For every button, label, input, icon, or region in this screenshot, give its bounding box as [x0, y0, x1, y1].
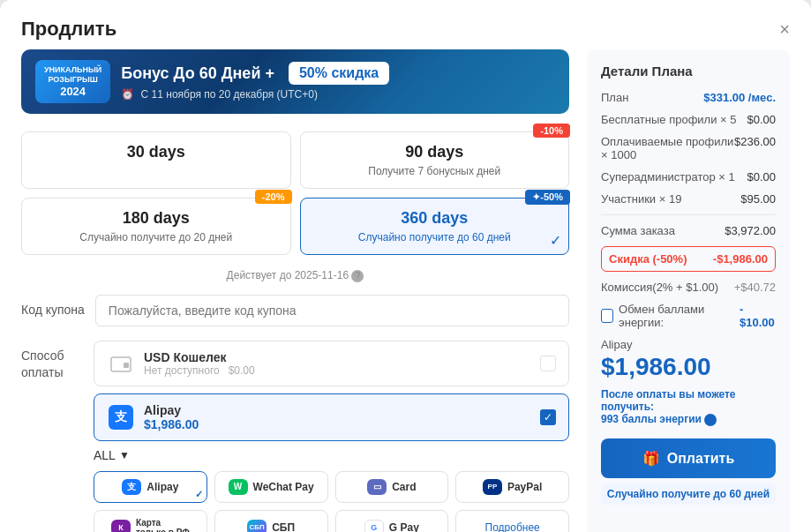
- wallet-name: USD Кошелек: [144, 350, 531, 364]
- check-icon: ✓: [195, 489, 203, 500]
- energy-checkbox[interactable]: [601, 309, 613, 323]
- energy-label: Обмен баллами энергии:: [619, 303, 734, 329]
- paid-profiles-value: $236.00: [734, 135, 776, 148]
- payment-wallet[interactable]: USD Кошелек Нет доступного $0.00: [94, 341, 569, 386]
- alipay-amount: $1,986.00: [144, 417, 531, 431]
- payment-filter[interactable]: ALL ▼: [94, 448, 569, 462]
- pay-btn-more[interactable]: Подробнее: [455, 510, 569, 532]
- svg-rect-1: [124, 363, 129, 368]
- close-button[interactable]: ×: [779, 20, 790, 38]
- banner-badge: 50% скидка: [289, 62, 389, 85]
- total-amount: $1,986.00: [601, 353, 776, 381]
- banner-unique-label: УНИКАЛЬНЫЙ РОЗЫГРЫШ: [44, 65, 101, 85]
- wallet-icon: [107, 353, 135, 374]
- payment-icons-grid: 支 Alipay ✓ W WeChat Pay ▭ Card: [94, 471, 569, 532]
- commission-label: Комиссия(2% + $1.00): [601, 281, 718, 294]
- pay-btn-sub: Случайно получите до 60 дней: [601, 483, 776, 505]
- total-payment-label: Alipay: [601, 338, 776, 351]
- modal-header: Продлить ×: [0, 0, 811, 49]
- paypal-icon: PP: [483, 479, 502, 495]
- commission-row: Комиссия(2% + $1.00) +$40.72: [601, 281, 776, 294]
- superadmin-value: $0.00: [747, 170, 776, 184]
- divider1: [601, 214, 776, 215]
- sbp-icon: СБП: [247, 520, 267, 532]
- plan-badge-180: -20%: [255, 190, 292, 204]
- pay-button[interactable]: 🎁 Оплатить: [601, 438, 776, 478]
- energy-info-icon[interactable]: i: [704, 414, 717, 426]
- members-label: Участники × 19: [601, 192, 740, 206]
- discount-value: -$1,986.00: [713, 252, 768, 266]
- banner-date: ⏰ С 11 ноября по 20 декабря (UTC+0): [121, 88, 555, 101]
- plan-value: $331.00 /мес.: [703, 91, 776, 104]
- pay-btn-days: 60: [730, 488, 741, 500]
- order-total-row: Сумма заказа $3,972.00: [601, 224, 776, 237]
- members-row: Участники × 19 $95.00: [601, 192, 776, 206]
- coupon-label: Код купона: [21, 295, 85, 319]
- modal-title: Продлить: [21, 18, 116, 41]
- pay-btn-gpay[interactable]: G G Pay: [335, 510, 449, 532]
- alipay-checkbox[interactable]: ✓: [540, 409, 556, 425]
- pay-btn-wechat[interactable]: W WeChat Pay: [214, 471, 328, 503]
- info-icon[interactable]: ?: [351, 270, 364, 282]
- selected-checkmark: ✓: [550, 232, 561, 249]
- sidebar-title: Детали Плана: [601, 64, 776, 79]
- main-content: УНИКАЛЬНЫЙ РОЗЫГРЫШ 2024 Бонус До 60 Дне…: [21, 49, 569, 532]
- banner-year: 2024: [44, 85, 101, 98]
- paid-profiles-row: Оплачиваемые профили × 1000 $236.00: [601, 135, 776, 161]
- coupon-input[interactable]: [95, 295, 569, 326]
- plan-days: 90 days: [315, 143, 555, 161]
- pay-btn-sbp[interactable]: СБП СБП: [214, 510, 328, 532]
- sidebar: Детали Плана План $331.00 /мес. Бесплатн…: [587, 49, 790, 532]
- wechat-icon: W: [229, 479, 248, 495]
- paid-profiles-label: Оплачиваемые профили × 1000: [601, 135, 734, 161]
- plan-days: 180 days: [36, 209, 276, 228]
- gpay-icon: G: [364, 520, 384, 532]
- free-profiles-value: $0.00: [747, 113, 776, 126]
- plans-grid: 30 days -10% 90 days Получите 7 бонусных…: [21, 131, 569, 255]
- card-icon: ▭: [367, 479, 387, 495]
- plan-30days[interactable]: 30 days: [21, 131, 291, 189]
- alipay-icon-option: 支: [107, 407, 135, 428]
- payment-label: Способ оплаты: [21, 341, 83, 382]
- plan-days: 360 days: [315, 209, 555, 228]
- order-total-value: $3,972.00: [725, 224, 776, 237]
- plan-label: План: [601, 91, 703, 104]
- energy-discount: - $10.00: [740, 303, 776, 329]
- superadmin-row: Суперадминистратор × 1 $0.00: [601, 170, 776, 184]
- pay-btn-card[interactable]: ▭ Card: [335, 471, 449, 503]
- total-row: Alipay $1,986.00: [601, 338, 776, 381]
- coupon-row: Код купона: [21, 295, 569, 326]
- order-total-label: Сумма заказа: [601, 224, 725, 237]
- modal-body: УНИКАЛЬНЫЙ РОЗЫГРЫШ 2024 Бонус До 60 Дне…: [0, 49, 811, 532]
- valid-date: Действует до 2025-11-16 ?: [21, 269, 569, 282]
- energy-amount: 993: [601, 413, 619, 425]
- payment-methods: USD Кошелек Нет доступного $0.00 支 Alipa…: [94, 341, 569, 532]
- free-profiles-label: Бесплатные профили × 5: [601, 113, 747, 126]
- banner-center: Бонус До 60 Дней + 50% скидка ⏰ С 11 ноя…: [121, 62, 555, 101]
- energy-note: После оплаты вы можете получить: 993 бал…: [601, 388, 776, 426]
- superadmin-label: Суперадминистратор × 1: [601, 170, 747, 184]
- members-value: $95.00: [740, 192, 776, 206]
- free-profiles-row: Бесплатные профили × 5 $0.00: [601, 113, 776, 126]
- banner-title: Бонус До 60 Дней +: [121, 64, 274, 83]
- plan-days: 30 days: [36, 143, 276, 161]
- chevron-down-icon: ▼: [119, 449, 130, 461]
- plan-row: План $331.00 /мес.: [601, 91, 776, 104]
- plan-badge-90: -10%: [533, 124, 570, 138]
- pay-btn-alipay[interactable]: 支 Alipay ✓: [94, 471, 207, 503]
- pay-btn-paypal[interactable]: PP PayPal: [455, 471, 569, 503]
- wallet-na: Нет доступного $0.00: [144, 364, 531, 377]
- payment-row: Способ оплаты USD Кошелек Нет доступного…: [21, 341, 569, 532]
- payment-alipay[interactable]: 支 Alipay $1,986.00 ✓: [94, 393, 569, 441]
- plan-90days[interactable]: -10% 90 days Получите 7 бонусных дней: [300, 131, 570, 189]
- pay-btn-karta[interactable]: К Карта только в РФ: [94, 510, 207, 532]
- energy-row: Обмен баллами энергии: - $10.00: [601, 303, 776, 329]
- plan-180days[interactable]: -20% 180 days Случайно получите до 20 дн…: [21, 198, 291, 255]
- promo-banner: УНИКАЛЬНЫЙ РОЗЫГРЫШ 2024 Бонус До 60 Дне…: [21, 49, 569, 114]
- wallet-checkbox[interactable]: [540, 356, 556, 371]
- banner-left: УНИКАЛЬНЫЙ РОЗЫГРЫШ 2024: [35, 60, 110, 103]
- commission-value: +$40.72: [734, 281, 776, 294]
- plan-360days[interactable]: ✦-50% 360 days Случайно получите до 60 д…: [300, 198, 570, 255]
- gift-icon: 🎁: [642, 450, 660, 467]
- plan-badge-360: ✦-50%: [525, 190, 570, 205]
